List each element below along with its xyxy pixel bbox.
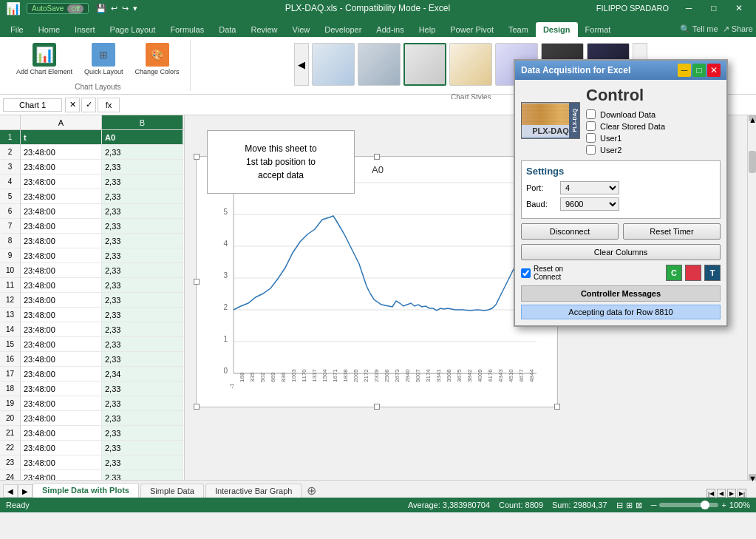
scroll-tabs-left-btn[interactable]: ◀ (3, 484, 18, 498)
scroll-tabs-right-btn[interactable]: ▶ (18, 484, 33, 498)
cell-t-2[interactable]: 23:48:00 (21, 145, 102, 159)
cell-A0-23[interactable]: 2,33 (102, 455, 183, 469)
user2-checkbox[interactable] (586, 145, 596, 155)
cell-t-18[interactable]: 23:48:00 (21, 382, 102, 396)
tab-nav-last-btn[interactable]: ▶| (738, 489, 746, 498)
tab-review[interactable]: Review (243, 22, 285, 37)
cell-A0-18[interactable]: 2,33 (102, 382, 183, 396)
tab-file[interactable]: File (3, 22, 31, 37)
cell-A0-17[interactable]: 2,34 (102, 367, 183, 381)
cell-A0-14[interactable]: 2,33 (102, 322, 183, 336)
resize-handle-bottomleft[interactable] (194, 404, 200, 410)
cell-A0-21[interactable]: 2,33 (102, 426, 183, 440)
cell-t-17[interactable]: 23:48:00 (21, 367, 102, 381)
col-header-A[interactable]: A (21, 115, 102, 129)
tab-format[interactable]: Format (578, 22, 619, 37)
tab-nav-prev-btn[interactable]: ◀ (717, 489, 726, 498)
cell-t-10[interactable]: 23:48:00 (21, 263, 102, 277)
cell-t-7[interactable]: 23:48:00 (21, 219, 102, 233)
redo-btn[interactable]: ↪ (120, 4, 130, 13)
chart-styles-prev-btn[interactable]: ◀ (294, 43, 309, 86)
cell-t-9[interactable]: 23:48:00 (21, 248, 102, 262)
page-layout-btn[interactable]: ⊞ (626, 501, 633, 510)
cell-t-13[interactable]: 23:48:00 (21, 308, 102, 322)
tab-nav-first-btn[interactable]: |◀ (706, 489, 715, 498)
cell-t-8[interactable]: 23:48:00 (21, 234, 102, 248)
sheet-tab-simple-data[interactable]: Simple Data (140, 484, 204, 498)
tab-page-layout[interactable]: Page Layout (103, 22, 163, 37)
download-data-checkbox[interactable] (586, 109, 596, 119)
tab-developer[interactable]: Developer (317, 22, 369, 37)
add-chart-element-btn[interactable]: 📊 Add Chart Element (12, 40, 77, 78)
cell-t-4[interactable]: 23:48:00 (21, 174, 102, 189)
undo-btn[interactable]: ↩ (109, 4, 119, 13)
cell-A0-7[interactable]: 2,33 (102, 219, 183, 233)
cell-t-20[interactable]: 23:48:00 (21, 411, 102, 425)
cell-t-21[interactable]: 23:48:00 (21, 426, 102, 440)
cell-t-3[interactable]: 23:48:00 (21, 160, 102, 174)
reset-timer-btn[interactable]: Reset Timer (623, 223, 721, 240)
dialog-close-btn[interactable]: ✕ (707, 64, 721, 77)
cell-t-6[interactable]: 23:48:00 (21, 204, 102, 218)
share-btn[interactable]: ↗ Share (723, 24, 753, 34)
cancel-formula-btn[interactable]: ✕ (65, 98, 80, 112)
sheet-tab-interactive-bar-graph[interactable]: Interactive Bar Graph (205, 484, 302, 498)
page-break-btn[interactable]: ⊠ (636, 501, 642, 510)
chart-style-1[interactable] (312, 43, 355, 86)
change-colors-btn[interactable]: 🎨 Change Colors (131, 40, 184, 78)
tab-view[interactable]: View (285, 22, 318, 37)
cell-t-5[interactable]: 23:48:00 (21, 189, 102, 203)
tab-design[interactable]: Design (536, 22, 578, 37)
customize-btn[interactable]: ▾ (132, 4, 139, 13)
resize-handle-topleft[interactable] (194, 154, 200, 160)
user1-checkbox[interactable] (586, 133, 596, 143)
minimize-btn[interactable]: ─ (678, 0, 700, 16)
name-box[interactable] (3, 98, 62, 112)
cell-t-19[interactable]: 23:48:00 (21, 396, 102, 410)
port-select[interactable]: 4 1 2 3 (560, 181, 619, 194)
cell-t-15[interactable]: 23:48:00 (21, 337, 102, 351)
tab-power-pivot[interactable]: Power Pivot (443, 22, 501, 37)
chart-style-3[interactable] (403, 43, 446, 86)
cell-t-11[interactable]: 23:48:00 (21, 278, 102, 292)
cell-A0-19[interactable]: 2,33 (102, 396, 183, 410)
normal-view-btn[interactable]: ⊟ (616, 501, 623, 510)
tab-nav-next-btn[interactable]: ▶ (727, 489, 736, 498)
zoom-thumb[interactable] (701, 501, 709, 509)
scroll-thumb[interactable] (749, 151, 756, 173)
autosave-toggle[interactable]: AutoSave Off (27, 3, 89, 14)
cell-A0-6[interactable]: 2,33 (102, 204, 183, 218)
cell-A0-10[interactable]: 2,33 (102, 263, 183, 277)
sheet-tab-simple-data-with-plots[interactable]: Simple Data with Plots (33, 483, 139, 498)
add-sheet-btn[interactable]: ⊕ (303, 483, 319, 498)
reset-on-connect-label[interactable]: Reset onConnect (521, 265, 563, 281)
tab-data[interactable]: Data (211, 22, 243, 37)
chart-container[interactable]: A0 0 1 2 3 4 5 6 (196, 156, 558, 407)
cell-A0-12[interactable]: 2,33 (102, 293, 183, 307)
resize-handle-top[interactable] (374, 154, 380, 160)
disconnect-btn[interactable]: Disconnect (521, 223, 619, 240)
cell-t-24[interactable]: 23:48:00 (21, 470, 102, 480)
col-header-B[interactable]: B (102, 115, 183, 129)
save-btn[interactable]: 💾 (95, 4, 108, 13)
chart-style-4[interactable] (449, 43, 492, 86)
reset-on-connect-checkbox[interactable] (521, 268, 531, 278)
download-data-option[interactable]: Download Data (586, 109, 665, 119)
close-btn[interactable]: ✕ (728, 0, 750, 16)
cell-A0-9[interactable]: 2,33 (102, 248, 183, 262)
color-btn-c[interactable]: C (666, 265, 682, 281)
user2-option[interactable]: User2 (586, 145, 665, 155)
cell-A0-15[interactable]: 2,33 (102, 337, 183, 351)
scroll-down-btn[interactable]: ▼ (749, 474, 756, 480)
cell-t-23[interactable]: 23:48:00 (21, 455, 102, 469)
tell-me[interactable]: 🔍 Tell me (680, 24, 718, 34)
dialog-minimize-btn[interactable]: ─ (678, 64, 691, 77)
tab-insert[interactable]: Insert (67, 22, 103, 37)
baud-select[interactable]: 9600 115200 (560, 197, 619, 211)
cell-t-12[interactable]: 23:48:00 (21, 293, 102, 307)
cell-t-14[interactable]: 23:48:00 (21, 322, 102, 336)
dialog-maximize-btn[interactable]: □ (692, 64, 706, 77)
quick-layout-btn[interactable]: ⊞ Quick Layout (80, 40, 128, 78)
chart-style-2[interactable] (358, 43, 401, 86)
cell-A0-13[interactable]: 2,33 (102, 308, 183, 322)
